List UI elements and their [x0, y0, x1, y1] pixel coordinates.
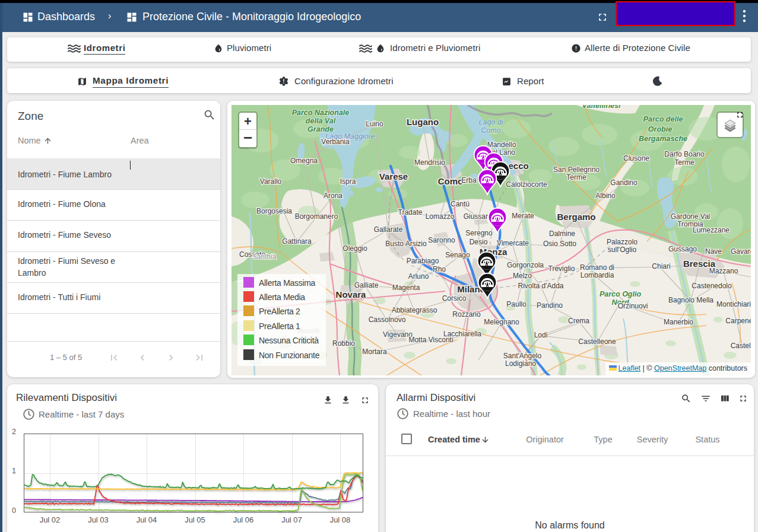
svg-text:Merate: Merate [512, 212, 534, 220]
svg-text:Robbio: Robbio [332, 339, 355, 348]
svg-text:Saronno: Saronno [428, 236, 455, 244]
svg-text:Motta Visconti: Motta Visconti [408, 336, 453, 344]
svg-text:Pandino: Pandino [537, 301, 563, 310]
svg-text:Gavardo: Gavardo [731, 247, 751, 256]
svg-text:Terme: Terme [566, 173, 586, 181]
svg-text:Parabiago: Parabiago [407, 257, 439, 265]
svg-text:Corsico: Corsico [442, 294, 467, 302]
svg-text:Palazzolo: Palazzolo [607, 238, 638, 246]
svg-text:Arona: Arona [324, 192, 342, 200]
svg-text:Crema: Crema [568, 317, 589, 325]
svg-text:Mortara: Mortara [362, 348, 387, 356]
svg-text:Vimercate: Vimercate [497, 239, 529, 247]
svg-text:Bergamo: Bergamo [557, 212, 595, 222]
svg-text:Nave: Nave [705, 247, 722, 256]
svg-text:Manerbio: Manerbio [664, 318, 693, 326]
svg-text:della Val: della Val [306, 117, 336, 125]
svg-text:Rivolta d'Adda: Rivolta d'Adda [518, 282, 563, 290]
svg-text:Ispra: Ispra [340, 177, 356, 186]
svg-text:Parco Nazionale: Parco Nazionale [292, 109, 350, 117]
svg-text:San Pellegrino: San Pellegrino [553, 165, 600, 174]
svg-text:Lumezzane: Lumezzane [693, 226, 730, 234]
svg-text:Melegnano: Melegnano [484, 318, 519, 326]
svg-text:Orobie: Orobie [648, 125, 672, 133]
svg-text:Romano di: Romano di [580, 263, 614, 272]
svg-text:Arluno: Arluno [408, 272, 429, 281]
svg-text:Carpenedo: Carpenedo [725, 317, 751, 325]
svg-text:Lomazzo: Lomazzo [426, 212, 455, 221]
svg-text:Desio: Desio [470, 238, 488, 246]
svg-text:Borgomanero: Borgomanero [295, 212, 338, 221]
svg-text:Calolziocorte: Calolziocorte [506, 180, 547, 189]
svg-text:Orzinuovi: Orzinuovi [618, 302, 648, 310]
svg-text:Lago di: Lago di [478, 118, 503, 126]
svg-text:Osio Sotto: Osio Sotto [543, 240, 576, 248]
svg-text:Paullo: Paullo [506, 300, 527, 308]
svg-text:Castelleone: Castelleone [578, 337, 616, 346]
svg-text:Rho: Rho [433, 265, 446, 273]
svg-text:Omegna: Omegna [290, 157, 318, 165]
svg-text:Novara: Novara [336, 289, 367, 300]
svg-text:Lodigiano: Lodigiano [505, 359, 536, 368]
svg-text:Verbania: Verbania [321, 138, 350, 146]
svg-text:Parco delle: Parco delle [643, 115, 683, 123]
svg-text:Gattinara: Gattinara [282, 237, 312, 246]
svg-text:Santhià: Santhià [252, 253, 277, 261]
svg-text:Erba: Erba [461, 176, 477, 184]
svg-text:Tradate: Tradate [398, 208, 423, 216]
svg-text:Mandello: Mandello [487, 141, 516, 149]
svg-text:Oleggio: Oleggio [342, 244, 367, 253]
svg-text:Clusone: Clusone [623, 154, 649, 163]
svg-text:Busto Arsizio: Busto Arsizio [385, 240, 427, 248]
svg-text:Treviglio: Treviglio [548, 265, 575, 273]
svg-text:Seregno: Seregno [465, 229, 493, 237]
svg-text:Castel G: Castel G [731, 342, 751, 350]
svg-text:Rozzano: Rozzano [452, 310, 481, 318]
svg-text:Dalmine: Dalmine [549, 230, 575, 238]
svg-text:Gussago: Gussago [668, 245, 697, 253]
svg-text:Castenedolo: Castenedolo [692, 282, 732, 290]
svg-text:Gorgonzola: Gorgonzola [507, 261, 544, 269]
svg-text:Cantù: Cantù [451, 200, 470, 208]
svg-text:Albino: Albino [595, 192, 616, 200]
svg-text:Melzo: Melzo [513, 272, 532, 280]
svg-text:Gallarate: Gallarate [374, 225, 403, 234]
svg-text:Gandino: Gandino [610, 179, 638, 187]
svg-text:Abbiategrasso: Abbiategrasso [392, 306, 437, 314]
svg-text:Varese: Varese [379, 171, 408, 181]
svg-text:Como: Como [481, 126, 500, 135]
svg-text:Gardone Val: Gardone Val [671, 212, 711, 221]
svg-text:sull'Oglio: sull'Oglio [608, 246, 637, 254]
svg-text:Darfo Boario: Darfo Boario [664, 150, 705, 158]
svg-text:Borgosesia: Borgosesia [256, 207, 292, 215]
svg-text:Lombardia: Lombardia [581, 271, 614, 279]
svg-text:Valtellinesi: Valtellinesi [582, 105, 621, 110]
svg-text:Parco Oglio: Parco Oglio [600, 290, 642, 298]
svg-text:Mazzano: Mazzano [709, 267, 738, 275]
svg-text:Montichiari: Montichiari [716, 300, 751, 308]
svg-text:Lugano: Lugano [407, 117, 439, 127]
svg-text:Sant'Angelo: Sant'Angelo [503, 352, 542, 360]
svg-text:Cassolnovo: Cassolnovo [369, 316, 406, 324]
svg-text:Galliate: Galliate [354, 281, 379, 289]
svg-text:Como: Como [438, 176, 464, 186]
svg-text:Mendrisio: Mendrisio [414, 158, 445, 167]
svg-text:Chiari: Chiari [652, 262, 670, 270]
svg-text:Terme: Terme [674, 158, 694, 167]
svg-text:Bergamasche: Bergamasche [639, 135, 687, 143]
svg-text:Varallo: Varallo [260, 177, 282, 186]
svg-text:Bagnolo Mella: Bagnolo Mella [668, 296, 713, 304]
svg-text:Luino: Luino [366, 120, 383, 128]
svg-text:Senago: Senago [445, 251, 470, 259]
svg-text:Magenta: Magenta [392, 283, 420, 292]
svg-text:Lodi: Lodi [534, 331, 548, 339]
